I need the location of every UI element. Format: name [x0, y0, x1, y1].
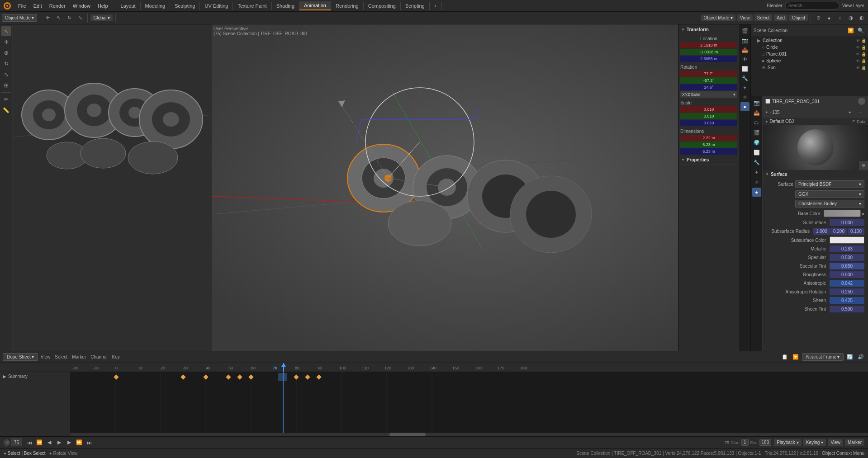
outliner-item-plane[interactable]: □ Plane.001 👁 🔒	[751, 51, 868, 57]
tl-channel-menu[interactable]: Channel	[89, 354, 109, 360]
tool-scale[interactable]: ⤡	[1, 70, 11, 80]
subsurf-r[interactable]: 1.000	[813, 228, 830, 235]
scale-y[interactable]: 0.010	[680, 113, 737, 119]
view-tl-btn[interactable]: View	[828, 439, 843, 446]
pi-render[interactable]: 📷	[752, 98, 761, 107]
search-input[interactable]	[785, 2, 840, 9]
jump-start-btn[interactable]: ⏮	[25, 438, 34, 447]
prop-render-icon[interactable]: 📷	[740, 36, 749, 45]
tab-rendering[interactable]: Rendering	[331, 2, 364, 10]
next-frame-btn[interactable]: ▶	[65, 438, 74, 447]
menu-render[interactable]: Render	[46, 2, 69, 9]
main-viewport[interactable]: User Perspective (75) Scene Collection |…	[212, 24, 750, 351]
tab-shading[interactable]: Shading	[272, 2, 299, 10]
tool-transform[interactable]: ⊞	[1, 80, 11, 90]
prev-frame-btn[interactable]: ◀	[45, 438, 54, 447]
dope-sheet-selector[interactable]: Dope Sheet▾	[3, 353, 38, 361]
surface-dropdown[interactable]: Principled BSDF▾	[795, 180, 864, 188]
tab-compositing[interactable]: Compositing	[364, 2, 401, 10]
prop-output-icon[interactable]: 📤	[740, 45, 749, 54]
anisotropic-rot-value[interactable]: 0.250	[830, 288, 864, 295]
dim-x[interactable]: 2.22 m	[680, 135, 737, 141]
timeline-scrollbar[interactable]	[70, 433, 868, 436]
roughness-value[interactable]: 0.500	[830, 271, 864, 278]
subsurf-b[interactable]: 0.100	[848, 228, 864, 235]
select-btn[interactable]: Select	[754, 14, 773, 21]
rot-y[interactable]: -57.2°	[680, 77, 737, 84]
specular-value[interactable]: 0.500	[830, 254, 864, 261]
prop-scene-icon[interactable]: 🎬	[740, 26, 749, 35]
tl-audio-btn[interactable]: 🔊	[856, 353, 865, 362]
prop-particles-icon[interactable]: ✦	[740, 83, 749, 92]
prev-keyframe-btn[interactable]: ⏪	[35, 438, 44, 447]
material-remove-btn[interactable]: -	[856, 108, 865, 117]
outliner-item-sphere[interactable]: ● Sphere 👁 🔒	[751, 57, 868, 64]
menu-edit[interactable]: Edit	[30, 2, 46, 9]
props-section-title[interactable]: Properties	[678, 156, 739, 165]
tab-layout[interactable]: Layout	[116, 2, 141, 10]
outliner-search-btn[interactable]: 🔍	[856, 26, 865, 35]
object-mode-select[interactable]: Object Mode ▾	[2, 14, 37, 22]
prop-modifier-icon[interactable]: 🔧	[740, 74, 749, 83]
outliner-filter-btn[interactable]: 🔽	[846, 26, 855, 35]
outliner-item-sun[interactable]: ☀ Sun 👁 🔒	[751, 64, 868, 71]
prop-physics-icon[interactable]: ⚛	[740, 93, 749, 102]
tab-scripting[interactable]: Scripting	[401, 2, 430, 10]
tool-annotate[interactable]: ✏	[1, 94, 11, 104]
marker-tl-btn[interactable]: Marker	[845, 439, 864, 446]
sheen-tint-value[interactable]: 0.500	[830, 306, 864, 312]
timeline-content[interactable]	[70, 372, 868, 433]
tool-measure[interactable]: 📏	[1, 105, 11, 115]
subsurface-value[interactable]: 0.000	[830, 219, 864, 226]
start-frame-input[interactable]: 1	[741, 439, 749, 446]
view-btn[interactable]: View	[737, 14, 753, 21]
metallic-value[interactable]: 0.283	[830, 246, 864, 252]
tl-sync-btn[interactable]: 🔄	[845, 353, 854, 362]
toolbar-rotate-btn[interactable]: ↻	[65, 14, 74, 23]
pi-material[interactable]: ●	[752, 188, 761, 197]
end-frame-input[interactable]: 180	[759, 439, 772, 446]
timeline-ruler[interactable]: -20 -10 0 10 20 30 40 50 60 70 80 90 100…	[0, 363, 868, 372]
playback-btn[interactable]: Playback▾	[774, 439, 802, 446]
object-btn[interactable]: Object	[789, 14, 808, 21]
tool-move[interactable]: ⊕	[1, 48, 11, 58]
tab-modeling[interactable]: Modeling	[141, 2, 171, 10]
pi-particles[interactable]: ✦	[752, 168, 761, 177]
tab-add[interactable]: +	[430, 2, 442, 10]
loc-x[interactable]: 2.1618 m	[680, 42, 737, 48]
tool-select[interactable]: ↖	[1, 26, 11, 36]
tl-marker-menu[interactable]: Marker	[70, 354, 88, 360]
current-frame-display[interactable]: 75	[11, 439, 22, 446]
loc-y[interactable]: -1.0318 m	[680, 49, 737, 55]
keying-btn[interactable]: Keying▾	[803, 439, 826, 446]
tl-filter2-btn[interactable]: 🔽	[791, 353, 800, 362]
timeline-scrollbar-thumb[interactable]	[389, 433, 426, 436]
scale-z[interactable]: 0.010	[680, 120, 737, 126]
tl-key-menu[interactable]: Key	[110, 354, 122, 360]
dim-z[interactable]: 6.23 m	[680, 148, 737, 155]
pi-view-layer[interactable]: 🗂	[752, 118, 761, 127]
subsurface-color-swatch[interactable]	[830, 236, 864, 244]
subsurf-g[interactable]: 0.200	[830, 228, 847, 235]
menu-file[interactable]: File	[14, 2, 30, 9]
surface-section-title[interactable]: Surface	[763, 170, 868, 179]
tl-filter-btn[interactable]: 📋	[780, 353, 789, 362]
nearest-frame-selector[interactable]: Nearest Frame▾	[802, 353, 844, 361]
sub-viewport[interactable]	[13, 24, 212, 351]
material-add-btn[interactable]: +	[845, 108, 854, 117]
tool-rotate[interactable]: ↻	[1, 59, 11, 69]
anisotropic-value[interactable]: 0.842	[830, 280, 864, 287]
pi-scene[interactable]: 🎬	[752, 128, 761, 137]
toolbar-cursor-btn[interactable]: ✛	[43, 14, 52, 23]
shading-solid-btn[interactable]: ●	[825, 14, 834, 23]
toolbar-scale-btn[interactable]: ⤡	[76, 14, 85, 23]
loc-z[interactable]: 2.6055 m	[680, 56, 737, 62]
transform-title[interactable]: Transform	[678, 25, 739, 34]
rot-mode[interactable]: XYZ Euler▾	[680, 91, 737, 98]
prop-material-icon[interactable]: ●	[740, 102, 749, 111]
outliner-item-collection[interactable]: ▶ Collection 👁 🔒	[751, 37, 868, 44]
shading-material-btn[interactable]: ◑	[846, 14, 855, 23]
prop-object-icon[interactable]: ⬜	[740, 64, 749, 73]
tl-view-menu[interactable]: View	[39, 354, 52, 360]
prop-view-icon[interactable]: 👁	[740, 55, 749, 64]
